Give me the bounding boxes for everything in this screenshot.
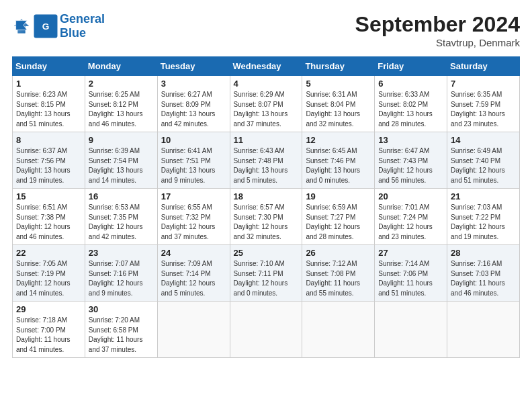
day-number: 15: [16, 191, 81, 201]
day-number: 5: [306, 79, 371, 89]
calendar-cell: 1Sunrise: 6:23 AMSunset: 8:15 PMDaylight…: [13, 76, 85, 132]
day-info: Sunrise: 6:27 AMSunset: 8:09 PMDaylight:…: [161, 90, 226, 129]
calendar-cell: 4Sunrise: 6:29 AMSunset: 8:07 PMDaylight…: [230, 76, 302, 132]
day-header-friday: Friday: [375, 57, 447, 76]
calendar-cell: 19Sunrise: 6:59 AMSunset: 7:27 PMDayligh…: [302, 189, 375, 245]
day-header-sunday: Sunday: [13, 57, 85, 76]
day-number: 3: [161, 79, 226, 89]
day-header-tuesday: Tuesday: [157, 57, 230, 76]
calendar-cell: 18Sunrise: 6:57 AMSunset: 7:30 PMDayligh…: [230, 189, 302, 245]
week-row-5: 29Sunrise: 7:18 AMSunset: 7:00 PMDayligh…: [13, 302, 520, 358]
day-number: 21: [451, 191, 516, 201]
day-info: Sunrise: 6:39 AMSunset: 7:54 PMDaylight:…: [89, 146, 154, 185]
day-info: Sunrise: 7:18 AMSunset: 7:00 PMDaylight:…: [16, 316, 81, 355]
calendar-cell: 8Sunrise: 6:37 AMSunset: 7:56 PMDaylight…: [13, 132, 85, 189]
day-number: 7: [451, 79, 516, 89]
day-info: Sunrise: 6:47 AMSunset: 7:43 PMDaylight:…: [378, 146, 443, 185]
day-info: Sunrise: 7:03 AMSunset: 7:22 PMDaylight:…: [451, 203, 516, 242]
calendar-cell: 30Sunrise: 7:20 AMSunset: 6:58 PMDayligh…: [85, 302, 157, 358]
calendar-cell: 21Sunrise: 7:03 AMSunset: 7:22 PMDayligh…: [447, 189, 520, 245]
day-info: Sunrise: 7:09 AMSunset: 7:14 PMDaylight:…: [161, 259, 226, 298]
calendar-cell: 14Sunrise: 6:49 AMSunset: 7:40 PMDayligh…: [447, 132, 520, 189]
logo-line2: Blue: [60, 26, 105, 40]
day-number: 22: [16, 248, 81, 258]
svg-text:G: G: [42, 21, 50, 32]
day-number: 2: [89, 79, 154, 89]
calendar-cell: 10Sunrise: 6:41 AMSunset: 7:51 PMDayligh…: [157, 132, 230, 189]
day-number: 8: [16, 135, 81, 145]
day-number: 6: [378, 79, 443, 89]
day-number: 29: [16, 304, 81, 314]
day-info: Sunrise: 6:25 AMSunset: 8:12 PMDaylight:…: [89, 90, 154, 129]
day-info: Sunrise: 7:10 AMSunset: 7:11 PMDaylight:…: [234, 259, 299, 298]
calendar-cell: 11Sunrise: 6:43 AMSunset: 7:48 PMDayligh…: [230, 132, 302, 189]
day-info: Sunrise: 6:57 AMSunset: 7:30 PMDaylight:…: [234, 203, 299, 242]
calendar-cell: 23Sunrise: 7:07 AMSunset: 7:16 PMDayligh…: [85, 245, 157, 302]
day-info: Sunrise: 6:55 AMSunset: 7:32 PMDaylight:…: [161, 203, 226, 242]
day-info: Sunrise: 7:14 AMSunset: 7:06 PMDaylight:…: [378, 259, 443, 298]
day-info: Sunrise: 7:07 AMSunset: 7:16 PMDaylight:…: [89, 259, 154, 298]
calendar-cell: 2Sunrise: 6:25 AMSunset: 8:12 PMDaylight…: [85, 76, 157, 132]
day-number: 23: [89, 248, 154, 258]
week-row-1: 1Sunrise: 6:23 AMSunset: 8:15 PMDaylight…: [13, 76, 520, 132]
calendar-cell: 24Sunrise: 7:09 AMSunset: 7:14 PMDayligh…: [157, 245, 230, 302]
logo: G General Blue: [12, 12, 105, 40]
day-number: 24: [161, 248, 226, 258]
day-info: Sunrise: 6:35 AMSunset: 7:59 PMDaylight:…: [451, 90, 516, 129]
day-number: 12: [306, 135, 371, 145]
day-info: Sunrise: 7:16 AMSunset: 7:03 PMDaylight:…: [451, 259, 516, 298]
calendar-cell: 9Sunrise: 6:39 AMSunset: 7:54 PMDaylight…: [85, 132, 157, 189]
calendar-cell: [447, 302, 520, 358]
day-header-thursday: Thursday: [302, 57, 375, 76]
logo-icon: [12, 17, 31, 36]
day-number: 16: [89, 191, 154, 201]
calendar-cell: 29Sunrise: 7:18 AMSunset: 7:00 PMDayligh…: [13, 302, 85, 358]
calendar-cell: 22Sunrise: 7:05 AMSunset: 7:19 PMDayligh…: [13, 245, 85, 302]
day-info: Sunrise: 6:37 AMSunset: 7:56 PMDaylight:…: [16, 146, 81, 185]
week-row-4: 22Sunrise: 7:05 AMSunset: 7:19 PMDayligh…: [13, 245, 520, 302]
calendar-cell: [302, 302, 375, 358]
day-info: Sunrise: 6:33 AMSunset: 8:02 PMDaylight:…: [378, 90, 443, 129]
month-title: September 2024: [355, 12, 520, 37]
day-number: 17: [161, 191, 226, 201]
day-number: 25: [234, 248, 299, 258]
calendar-cell: 27Sunrise: 7:14 AMSunset: 7:06 PMDayligh…: [375, 245, 447, 302]
calendar-cell: 3Sunrise: 6:27 AMSunset: 8:09 PMDaylight…: [157, 76, 230, 132]
day-info: Sunrise: 6:43 AMSunset: 7:48 PMDaylight:…: [234, 146, 299, 185]
calendar-cell: 25Sunrise: 7:10 AMSunset: 7:11 PMDayligh…: [230, 245, 302, 302]
day-number: 4: [234, 79, 299, 89]
calendar-cell: 12Sunrise: 6:45 AMSunset: 7:46 PMDayligh…: [302, 132, 375, 189]
day-number: 26: [306, 248, 371, 258]
day-info: Sunrise: 6:53 AMSunset: 7:35 PMDaylight:…: [89, 203, 154, 242]
calendar-cell: 26Sunrise: 7:12 AMSunset: 7:08 PMDayligh…: [302, 245, 375, 302]
day-info: Sunrise: 6:23 AMSunset: 8:15 PMDaylight:…: [16, 90, 81, 129]
day-info: Sunrise: 6:51 AMSunset: 7:38 PMDaylight:…: [16, 203, 81, 242]
calendar-cell: 16Sunrise: 6:53 AMSunset: 7:35 PMDayligh…: [85, 189, 157, 245]
header: G General Blue September 2024 Stavtrup, …: [12, 12, 520, 48]
day-info: Sunrise: 7:05 AMSunset: 7:19 PMDaylight:…: [16, 259, 81, 298]
day-info: Sunrise: 6:49 AMSunset: 7:40 PMDaylight:…: [451, 146, 516, 185]
calendar-table: SundayMondayTuesdayWednesdayThursdayFrid…: [12, 56, 520, 358]
day-info: Sunrise: 6:29 AMSunset: 8:07 PMDaylight:…: [234, 90, 299, 129]
day-header-row: SundayMondayTuesdayWednesdayThursdayFrid…: [13, 57, 520, 76]
week-row-2: 8Sunrise: 6:37 AMSunset: 7:56 PMDaylight…: [13, 132, 520, 189]
calendar-cell: [375, 302, 447, 358]
day-number: 30: [89, 304, 154, 314]
title-block: September 2024 Stavtrup, Denmark: [355, 12, 520, 48]
calendar-cell: 17Sunrise: 6:55 AMSunset: 7:32 PMDayligh…: [157, 189, 230, 245]
day-info: Sunrise: 6:45 AMSunset: 7:46 PMDaylight:…: [306, 146, 371, 185]
week-row-3: 15Sunrise: 6:51 AMSunset: 7:38 PMDayligh…: [13, 189, 520, 245]
day-number: 27: [378, 248, 443, 258]
day-header-wednesday: Wednesday: [230, 57, 302, 76]
calendar-cell: 13Sunrise: 6:47 AMSunset: 7:43 PMDayligh…: [375, 132, 447, 189]
day-number: 11: [234, 135, 299, 145]
day-info: Sunrise: 6:59 AMSunset: 7:27 PMDaylight:…: [306, 203, 371, 242]
day-info: Sunrise: 7:01 AMSunset: 7:24 PMDaylight:…: [378, 203, 443, 242]
day-number: 14: [451, 135, 516, 145]
calendar-cell: 28Sunrise: 7:16 AMSunset: 7:03 PMDayligh…: [447, 245, 520, 302]
day-number: 20: [378, 191, 443, 201]
calendar-cell: [230, 302, 302, 358]
day-number: 19: [306, 191, 371, 201]
day-header-saturday: Saturday: [447, 57, 520, 76]
day-number: 9: [89, 135, 154, 145]
